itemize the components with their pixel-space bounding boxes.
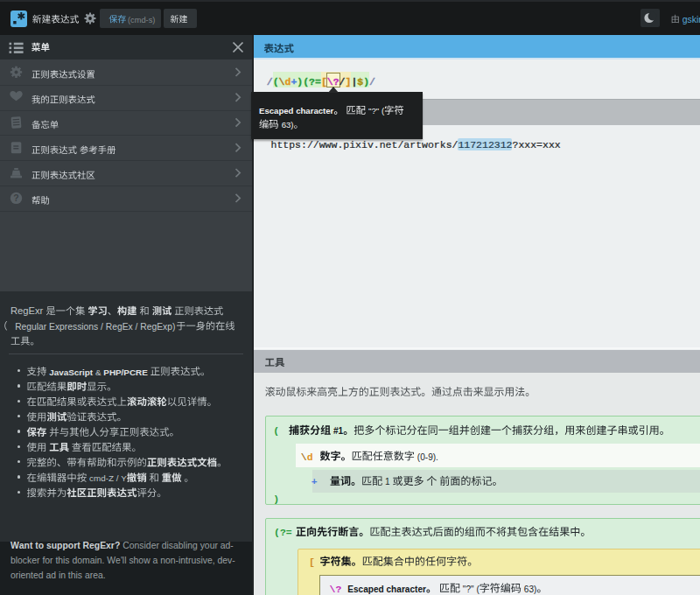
svg-text:+: + — [312, 476, 318, 487]
svg-text:d: d — [307, 452, 313, 463]
svg-text:&: & — [95, 368, 102, 377]
svg-text:cmd-Z / Y: cmd-Z / Y — [89, 473, 127, 483]
svg-text:(: ( — [273, 425, 279, 437]
svg-text:63): 63) — [282, 120, 294, 130]
svg-text:/: / — [369, 76, 375, 88]
svg-text:RegExr: RegExr — [10, 305, 44, 316]
svg-text:(?=: (?= — [274, 527, 292, 538]
svg-text:?: ? — [336, 584, 342, 595]
svg-text:(: ( — [273, 76, 279, 88]
svg-text:"?" (: "?" ( — [368, 106, 385, 116]
svg-text:(cmd-s): (cmd-s) — [128, 16, 156, 24]
svg-text:JavaScript: JavaScript — [49, 368, 94, 377]
svg-text:Consider disabling your ad-: Consider disabling your ad- — [122, 541, 233, 550]
svg-text:Escaped character: Escaped character — [347, 584, 426, 594]
svg-text:Regular Expressions / RegEx /: Regular Expressions / RegEx / RegExp) — [15, 322, 175, 332]
svg-text:[: [ — [321, 76, 327, 88]
svg-text:blocker for this domain. We'll: blocker for this domain. We'll show a no… — [10, 556, 235, 565]
svg-text:#1: #1 — [333, 426, 344, 436]
svg-text:): ) — [273, 494, 279, 505]
svg-text:?: ? — [13, 192, 18, 203]
svg-text:]: ] — [346, 76, 352, 88]
svg-text:|: | — [351, 76, 357, 88]
svg-text:(0-9).: (0-9). — [417, 452, 438, 462]
svg-text:https://www.pixiv.net/artworks: https://www.pixiv.net/artworks/ — [271, 139, 458, 150]
svg-text:"?" (: "?" ( — [463, 584, 480, 594]
svg-text:117212312: 117212312 — [458, 139, 512, 150]
svg-text:PHP/PCRE: PHP/PCRE — [103, 368, 148, 377]
svg-text:Escaped character: Escaped character — [259, 106, 334, 116]
svg-text:oriented ad in this area.: oriented ad in this area. — [10, 570, 106, 580]
svg-text:): ) — [363, 76, 369, 88]
svg-text:[: [ — [309, 556, 315, 568]
svg-text:Want to support RegExr?: Want to support RegExr? — [10, 541, 120, 550]
svg-text:1: 1 — [385, 477, 390, 486]
svg-text:(: ( — [303, 76, 309, 88]
svg-text:?xxx=xxx: ?xxx=xxx — [513, 139, 561, 150]
svg-text:): ) — [297, 76, 303, 88]
svg-text:gskinner: gskinner — [682, 15, 700, 24]
svg-text:63): 63) — [524, 584, 537, 594]
